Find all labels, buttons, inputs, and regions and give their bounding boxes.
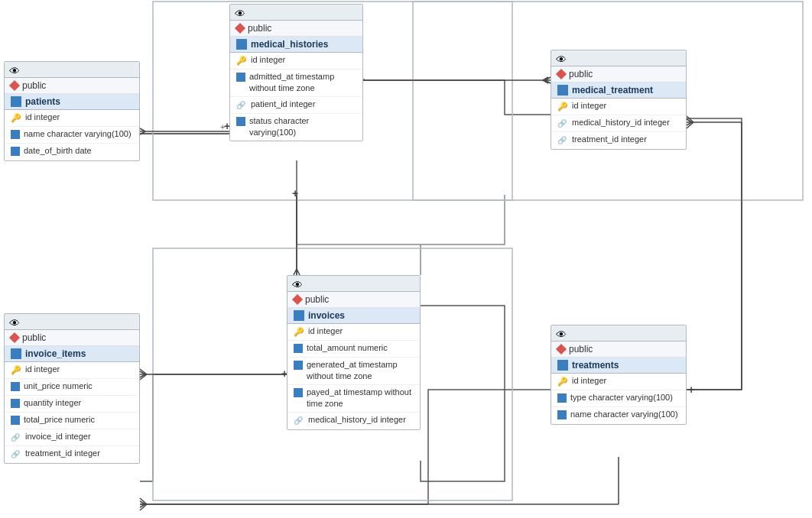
col-icon [294,361,303,370]
inv-items-field-total-price: total_price numeric [5,413,139,429]
med-treat-eye-header [551,50,686,66]
col-icon [11,147,20,156]
eye-icon [9,65,23,74]
eye-icon [9,317,23,326]
patients-name-text: name character varying(100) [24,128,132,140]
table-icon [11,96,21,107]
med-treat-treatment-id-text: treatment_id integer [572,134,647,145]
invoices-field-generated: generated_at timestamp without time zone [287,358,420,385]
schema-diamond [9,332,20,343]
fk-icon [236,99,247,110]
col-icon [294,344,303,353]
med-hist-eye-header [230,5,362,21]
med-hist-patient-id-text: patient_id integer [251,99,315,110]
patients-dob-text: date_of_birth date [24,145,92,157]
pk-icon [294,326,304,337]
med-hist-admitted-text: admitted_at timestamp without time zone [249,71,356,95]
invoices-field-id: id integer [287,324,420,341]
eye-icon [235,8,248,17]
med-hist-field-id: id integer [230,53,362,70]
patients-field-name: name character varying(100) [5,127,139,144]
inv-items-id-text: id integer [25,364,60,375]
svg-line-11 [545,77,551,80]
invoices-field-total: total_amount numeric [287,341,420,358]
inv-items-name-row: invoice_items [5,346,139,362]
table-icon [236,39,247,50]
inv-items-schema: public [22,332,46,343]
treatments-schema-row: public [551,342,686,358]
inv-items-unit-price-text: unit_price numeric [24,380,93,392]
treatments-field-id: id integer [551,374,686,390]
patients-field-id: id integer [5,110,139,127]
table-treatments: public treatments id integer type charac… [551,325,687,425]
med-hist-field-patient-id: patient_id integer [230,97,362,114]
med-hist-field-admitted: admitted_at timestamp without time zone [230,70,362,97]
treatments-name-row: treatments [551,358,686,374]
col-icon [236,73,245,82]
schema-diamond [556,344,567,355]
svg-line-34 [140,501,145,504]
invoices-field-mh-id: medical_history_id integer [287,413,420,429]
svg-line-28 [140,374,145,377]
svg-line-35 [140,504,145,507]
med-treat-name-row: medical_treatment [551,83,686,99]
fk-icon [557,118,568,128]
invoices-generated-text: generated_at timestamp without time zone [307,359,414,383]
patients-name-row: patients [5,94,139,110]
treatments-eye-header [551,325,686,342]
col-icon [11,130,20,139]
table-medical-treatment: public medical_treatment id integer medi… [551,50,687,150]
pk-icon [557,376,568,387]
schema-diamond [9,80,20,91]
treatments-schema: public [569,344,593,355]
eye-icon [556,329,570,338]
med-treat-mh-id-text: medical_history_id integer [572,117,670,128]
inv-items-qty-text: quantity integer [24,397,81,409]
treatments-field-type: type character varying(100) [551,390,686,407]
svg-line-25 [297,269,300,275]
schema-diamond [235,23,245,34]
table-icon [294,310,304,321]
med-hist-field-status: status character varying(100) [230,114,362,141]
invoices-name-row: invoices [287,308,420,324]
table-medical-histories: public medical_histories id integer admi… [229,4,363,141]
med-treat-field-mh-id: medical_history_id integer [551,115,686,132]
inv-items-field-treatment-id: treatment_id integer [5,446,139,463]
svg-line-27 [140,371,145,374]
diagram-canvas: + public patients [0,0,812,518]
svg-line-6 [140,128,145,131]
svg-text:+: + [688,384,694,396]
med-treat-schema-row: public [551,66,686,83]
inv-items-schema-row: public [5,330,139,346]
svg-text:+: + [292,187,298,199]
patients-schema: public [22,80,46,91]
inv-items-invoice-id-text: invoice_id integer [25,431,91,442]
svg-line-30 [140,374,147,380]
treatments-type-text: type character varying(100) [570,392,673,403]
invoices-payed-text: payed_at timestamp without time zone [307,387,414,410]
inv-items-field-qty: quantity integer [5,396,139,413]
svg-line-24 [294,269,297,275]
treatments-table-name: treatments [572,360,619,371]
inv-items-field-invoice-id: invoice_id integer [5,429,139,446]
invoices-schema: public [305,294,329,305]
svg-line-21 [687,122,693,128]
col-icon [294,388,303,397]
inv-items-total-price-text: total_price numeric [24,414,95,426]
med-hist-schema-row: public [230,21,362,37]
table-icon [11,348,21,359]
table-icon [557,85,568,96]
inv-items-field-unit-price: unit_price numeric [5,379,139,396]
med-treat-table-name: medical_treatment [572,85,653,96]
med-hist-schema: public [248,23,271,34]
inv-items-field-id: id integer [5,362,139,379]
med-treat-field-id: id integer [551,99,686,115]
col-icon [557,393,567,403]
table-invoice-items: public invoice_items id integer unit_pri… [4,313,140,464]
svg-line-12 [545,80,551,83]
patients-id-text: id integer [25,112,60,123]
invoices-field-payed: payed_at timestamp without time zone [287,385,420,413]
col-icon [557,410,567,419]
svg-line-18 [687,119,692,122]
svg-line-37 [140,504,147,510]
